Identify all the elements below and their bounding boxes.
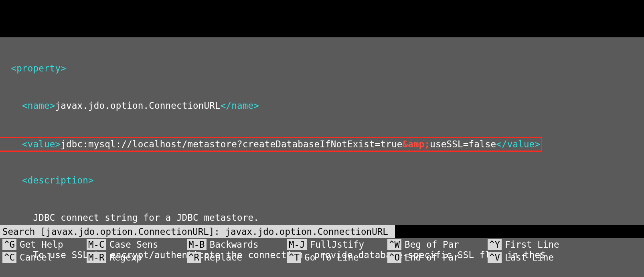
shortcut-label: Get Help: [20, 238, 63, 251]
shortcut-key: ^R: [187, 252, 201, 263]
shortcut-beg-of-par[interactable]: ^WBeg of Par: [387, 238, 488, 251]
shortcut-label: Backwards: [210, 238, 259, 251]
xml-tag: </value>: [496, 139, 540, 149]
xml-text: JDBC connect string for a JDBC metastore…: [0, 212, 259, 223]
shortcut-case-sens[interactable]: M-CCase Sens: [87, 238, 187, 251]
shortcut-regexp[interactable]: M-RRegexp: [87, 251, 187, 264]
shortcut-label: FullJstify: [310, 238, 364, 251]
shortcut-label: Go To Line: [304, 251, 358, 264]
xml-tag: <description>: [0, 175, 94, 185]
shortcut-key: ^Y: [488, 239, 502, 250]
shortcut-key: ^V: [488, 252, 502, 263]
shortcut-key: M-C: [87, 239, 106, 250]
shortcut-fulljustify[interactable]: M-JFullJstify: [287, 238, 387, 251]
shortcut-replace[interactable]: ^RReplace: [187, 251, 287, 264]
shortcut-label: Case Sens: [109, 238, 158, 251]
shortcut-key: ^G: [2, 239, 16, 250]
shortcut-label: First Line: [505, 238, 559, 251]
xml-text: jdbc:mysql://localhost/metastore?createD…: [61, 139, 402, 149]
shortcut-bar: ^GGet Help M-CCase Sens M-BBackwards M-J…: [0, 238, 644, 264]
shortcut-key: M-J: [287, 239, 307, 250]
search-prompt-line[interactable]: Search [javax.jdo.option.ConnectionURL]:…: [0, 225, 644, 238]
shortcut-last-line[interactable]: ^VLast Line: [488, 251, 592, 264]
shortcut-get-help[interactable]: ^GGet Help: [2, 238, 87, 251]
shortcut-backwards[interactable]: M-BBackwards: [187, 238, 287, 251]
xml-tag: <name>: [0, 100, 55, 111]
xml-text: useSSL=false: [430, 139, 496, 149]
xml-tag: <value>: [0, 139, 61, 149]
shortcut-go-to-line[interactable]: ^TGo To Line: [287, 251, 387, 264]
annotation-redbox: <value>jdbc:mysql://localhost/metastore?…: [0, 137, 542, 152]
xml-tag: </name>: [221, 100, 259, 111]
shortcut-end-of-par[interactable]: ^OEnd of Par: [387, 251, 488, 264]
shortcut-label: End of Par: [405, 251, 459, 264]
shortcut-first-line[interactable]: ^YFirst Line: [488, 238, 592, 251]
shortcut-label: Beg of Par: [405, 238, 459, 251]
shortcut-key: ^C: [2, 252, 16, 263]
search-prompt[interactable]: Search [javax.jdo.option.ConnectionURL]:…: [0, 225, 395, 238]
shortcut-key: ^O: [387, 252, 401, 263]
search-line-tail: [395, 225, 644, 238]
shortcut-label: Cancel: [20, 251, 52, 264]
shortcut-key: M-B: [187, 239, 207, 250]
shortcut-cancel[interactable]: ^CCancel: [2, 251, 87, 264]
shortcut-key: ^W: [387, 239, 401, 250]
xml-text: javax.jdo.option.ConnectionURL: [55, 100, 220, 111]
xml-tag: <property>: [0, 63, 66, 73]
shortcut-key: M-R: [87, 252, 106, 263]
status-bar: Search [javax.jdo.option.ConnectionURL]:…: [0, 225, 644, 264]
shortcut-label: Last Line: [505, 251, 554, 264]
shortcut-key: ^T: [287, 252, 301, 263]
xml-entity: &amp;: [402, 139, 430, 149]
shortcut-label: Regexp: [109, 251, 142, 264]
shortcut-label: Replace: [204, 251, 242, 264]
